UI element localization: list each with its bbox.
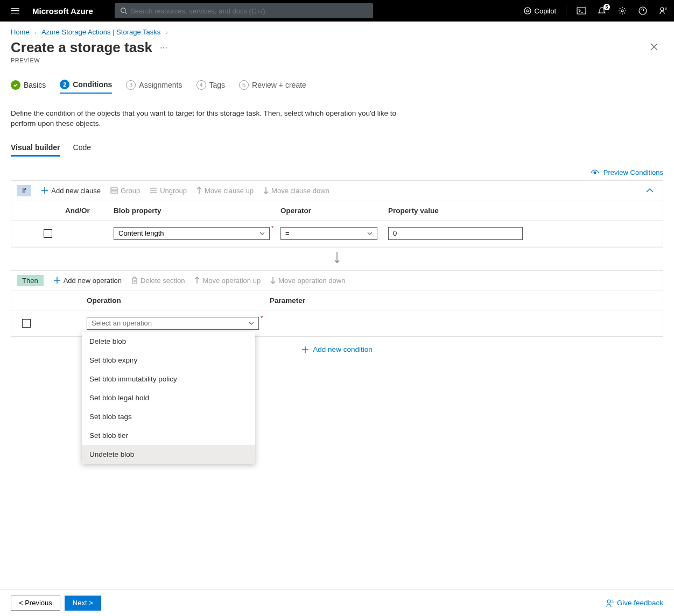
flow-arrow-icon <box>0 247 674 270</box>
svg-point-4 <box>621 10 623 12</box>
required-indicator: * <box>261 315 263 321</box>
row-checkbox[interactable] <box>22 319 31 328</box>
description-text: Define the condition of the objects that… <box>0 98 409 129</box>
search-icon <box>120 7 127 15</box>
page-menu-icon[interactable]: ⋯ <box>160 44 167 52</box>
header-operation: Operation <box>87 296 270 305</box>
step-basics[interactable]: Basics <box>11 80 46 94</box>
option-undelete-blob[interactable]: Undelete blob <box>82 445 255 464</box>
option-set-blob-immutability[interactable]: Set blob immutability policy <box>82 370 255 388</box>
cloud-shell-icon[interactable] <box>576 5 587 16</box>
previous-button[interactable]: < Previous <box>11 596 60 611</box>
subtabs: Visual builder Code <box>0 129 674 157</box>
page-title: Create a storage task <box>11 39 152 56</box>
header-operator: Operator <box>280 207 388 215</box>
if-toolbar: If Add new clause Group Ungroup Move cla… <box>11 181 663 201</box>
arrow-up-icon <box>196 187 202 194</box>
feedback-person-icon <box>606 599 614 607</box>
page-header: Create a storage task ⋯ <box>0 39 674 56</box>
step-review[interactable]: 5 Review + create <box>239 80 306 94</box>
svg-rect-3 <box>577 8 586 14</box>
add-operation-button[interactable]: Add new operation <box>53 277 122 285</box>
arrow-down-icon <box>263 187 269 194</box>
trash-icon <box>131 277 138 284</box>
then-grid-header: Operation Parameter <box>11 291 663 310</box>
chevron-down-icon <box>367 232 373 235</box>
move-clause-up-button[interactable]: Move clause up <box>196 187 254 195</box>
svg-point-9 <box>594 172 596 174</box>
option-set-blob-expiry[interactable]: Set blob expiry <box>82 351 255 370</box>
chevron-down-icon <box>259 232 265 235</box>
svg-rect-12 <box>111 188 117 190</box>
operator-select[interactable]: = <box>280 227 377 240</box>
svg-rect-13 <box>111 191 117 193</box>
breadcrumb-parent[interactable]: Azure Storage Actions | Storage Tasks <box>41 28 160 36</box>
preview-conditions-link[interactable]: Preview Conditions <box>591 168 663 176</box>
next-button[interactable]: Next > <box>65 596 101 611</box>
move-clause-down-button[interactable]: Move clause down <box>263 187 329 195</box>
ungroup-button[interactable]: Ungroup <box>150 187 187 195</box>
breadcrumb-home[interactable]: Home <box>11 28 30 36</box>
search-input[interactable] <box>130 7 368 15</box>
tab-visual-builder[interactable]: Visual builder <box>11 143 60 157</box>
row-checkbox[interactable] <box>44 229 52 238</box>
breadcrumb: Home › Azure Storage Actions | Storage T… <box>0 22 674 39</box>
header-andor: And/Or <box>65 207 114 215</box>
copilot-icon <box>523 6 532 15</box>
option-set-blob-legal-hold[interactable]: Set blob legal hold <box>82 388 255 407</box>
step-assignments[interactable]: 3 Assignments <box>126 80 182 94</box>
then-card: Then Add new operation Delete section Mo… <box>11 270 663 337</box>
collapse-icon[interactable] <box>645 187 657 195</box>
preview-icon <box>591 169 599 176</box>
give-feedback-link[interactable]: Give feedback <box>606 599 663 607</box>
topbar: Microsoft Azure Copilot 5 <box>0 0 674 22</box>
header-property-value: Property value <box>388 207 528 215</box>
option-delete-blob[interactable]: Delete blob <box>82 332 255 351</box>
settings-icon[interactable] <box>617 5 628 16</box>
option-set-blob-tags[interactable]: Set blob tags <box>82 407 255 426</box>
plus-icon <box>41 187 48 194</box>
property-value-input[interactable] <box>388 227 523 240</box>
preview-conditions-row: Preview Conditions <box>0 157 674 180</box>
feedback-icon[interactable] <box>658 5 669 16</box>
operation-select[interactable]: Select an operation <box>87 317 259 330</box>
chevron-down-icon <box>249 322 254 325</box>
notifications-icon[interactable]: 5 <box>596 5 607 16</box>
add-clause-button[interactable]: Add new clause <box>41 187 101 195</box>
step-tags[interactable]: 4 Tags <box>196 80 226 94</box>
if-grid-header: And/Or Blob property Operator Property v… <box>11 201 663 221</box>
notification-badge: 5 <box>603 4 610 10</box>
group-button[interactable]: Group <box>110 187 140 195</box>
footer-bar: < Previous Next > Give feedback <box>0 589 674 616</box>
plus-icon <box>53 277 61 284</box>
move-op-up-button[interactable]: Move operation up <box>194 277 261 285</box>
clause-row: Content length * = <box>11 221 663 247</box>
operation-dropdown: Delete blob Set blob expiry Set blob imm… <box>82 332 255 464</box>
arrow-up-icon <box>194 277 200 284</box>
copilot-label: Copilot <box>535 7 556 15</box>
global-search[interactable] <box>115 3 373 18</box>
plus-icon <box>301 346 309 353</box>
required-indicator: * <box>271 225 273 231</box>
hamburger-menu-icon[interactable] <box>11 5 22 16</box>
svg-line-1 <box>125 12 127 14</box>
tab-code[interactable]: Code <box>73 143 91 157</box>
if-card: If Add new clause Group Ungroup Move cla… <box>11 180 663 247</box>
close-icon[interactable] <box>650 43 658 53</box>
then-chip: Then <box>17 275 44 286</box>
move-op-down-button[interactable]: Move operation down <box>270 277 345 285</box>
help-icon[interactable] <box>637 5 648 16</box>
step-conditions[interactable]: 2 Conditions <box>60 80 112 94</box>
delete-section-button[interactable]: Delete section <box>131 277 185 285</box>
copilot-button[interactable]: Copilot <box>523 6 556 15</box>
preview-tag: PREVIEW <box>0 56 674 63</box>
blob-property-select[interactable]: Content length <box>114 227 270 240</box>
header-blob-property: Blob property <box>114 207 280 215</box>
group-icon <box>110 187 118 194</box>
if-chip: If <box>17 185 31 196</box>
brand-label[interactable]: Microsoft Azure <box>32 6 93 16</box>
svg-point-26 <box>607 600 610 603</box>
option-set-blob-tier[interactable]: Set blob tier <box>82 426 255 445</box>
svg-point-6 <box>661 8 664 11</box>
svg-point-2 <box>524 8 531 14</box>
